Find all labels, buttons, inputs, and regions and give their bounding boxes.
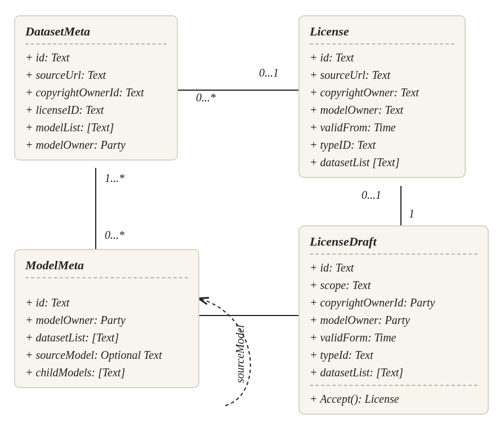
attribute: + validForm: Time xyxy=(310,329,478,346)
class-datasetmeta: DatasetMeta + id: Text + sourceUrl: Text… xyxy=(14,15,178,161)
class-modelmeta: ModelMeta + id: Text + modelOwner: Party… xyxy=(14,249,199,388)
separator xyxy=(310,43,454,45)
attribute: + scope: Text xyxy=(310,277,478,294)
class-license: License + id: Text + sourceUrl: Text + c… xyxy=(298,15,466,178)
attribute-list: + id: Text + sourceUrl: Text + copyright… xyxy=(25,49,167,154)
attribute: + copyrightOwner: Text xyxy=(310,84,454,101)
attribute: + datasetList [Text] xyxy=(310,154,454,171)
operation-list: + Accept(): License xyxy=(310,390,478,408)
class-title: ModelMeta xyxy=(25,258,188,273)
multiplicity: 0...1 xyxy=(259,66,279,79)
multiplicity: 0...* xyxy=(105,229,124,242)
attribute: + copyrightOwnerId: Party xyxy=(310,294,478,312)
attribute: + validFrom: Time xyxy=(310,119,454,136)
attribute: + modelOwner: Text xyxy=(310,101,454,119)
class-licensedraft: LicenseDraft + id: Text + scope: Text + … xyxy=(298,225,489,415)
class-title: DatasetMeta xyxy=(25,24,167,39)
attribute: + id: Text xyxy=(25,49,167,66)
separator xyxy=(310,254,478,255)
attribute-list: + id: Text + modelOwner: Party + dataset… xyxy=(25,294,188,381)
separator xyxy=(310,385,478,386)
multiplicity: 0...* xyxy=(196,91,216,104)
attribute: + copyrightOwnerId: Text xyxy=(25,84,167,101)
attribute-list: + id: Text + sourceUrl: Text + copyright… xyxy=(310,49,454,171)
attribute: + modelOwner: Party xyxy=(25,136,167,154)
attribute: + datasetList: [Text] xyxy=(25,329,188,346)
attribute: + sourceUrl: Text xyxy=(25,66,167,84)
separator xyxy=(25,43,167,45)
relationship-label-sourcemodel: sourceModel xyxy=(234,325,247,383)
class-title: License xyxy=(310,24,454,39)
separator xyxy=(25,277,188,278)
attribute: + sourceUrl: Text xyxy=(310,66,454,84)
attribute: + licenseID: Text xyxy=(25,101,167,119)
attribute-list: + id: Text + scope: Text + copyrightOwne… xyxy=(310,259,478,381)
multiplicity: 1 xyxy=(409,207,414,220)
attribute: + id: Text xyxy=(310,259,478,277)
attribute: + modelList: [Text] xyxy=(25,119,167,136)
attribute: + datasetList: [Text] xyxy=(310,364,478,381)
attribute: + modelOwner: Party xyxy=(25,312,188,329)
operation: + Accept(): License xyxy=(310,390,478,408)
multiplicity: 0...1 xyxy=(362,189,381,202)
attribute: + id: Text xyxy=(25,294,188,312)
attribute: + typeId: Text xyxy=(310,346,478,364)
class-title: LicenseDraft xyxy=(310,234,478,249)
multiplicity: 1...* xyxy=(105,172,124,185)
attribute: + sourceModel: Optional Text xyxy=(25,346,188,364)
attribute: + id: Text xyxy=(310,49,454,66)
attribute: + modelOwner: Party xyxy=(310,312,478,329)
attribute: + childModels: [Text] xyxy=(25,364,188,381)
attribute: + typeID: Text xyxy=(310,136,454,154)
